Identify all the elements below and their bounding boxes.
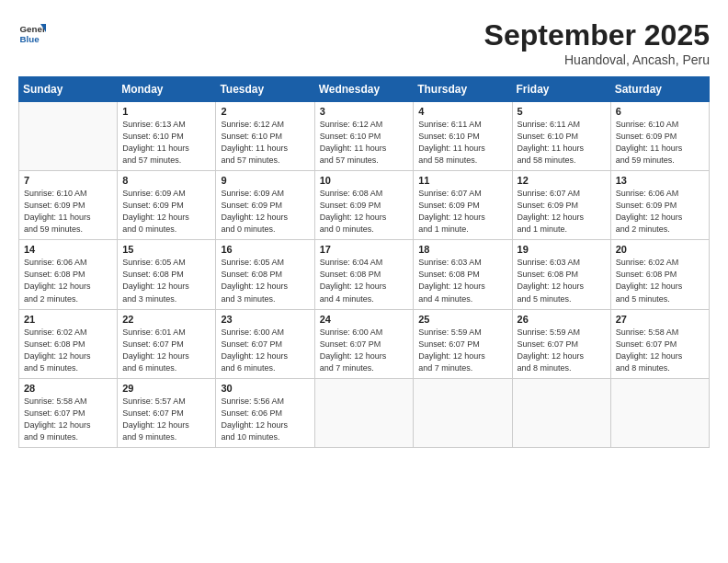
table-row: 12Sunrise: 6:07 AM Sunset: 6:09 PM Dayli…	[512, 171, 610, 240]
col-saturday: Saturday	[610, 77, 709, 102]
table-row: 11Sunrise: 6:07 AM Sunset: 6:09 PM Dayli…	[414, 171, 512, 240]
table-row: 24Sunrise: 6:00 AM Sunset: 6:07 PM Dayli…	[314, 309, 414, 378]
logo: General Blue	[18, 18, 46, 46]
day-info: Sunrise: 6:03 AM Sunset: 6:08 PM Dayligh…	[418, 257, 506, 304]
day-number: 4	[418, 106, 506, 117]
day-number: 1	[122, 106, 210, 117]
day-info: Sunrise: 5:59 AM Sunset: 6:07 PM Dayligh…	[418, 327, 506, 374]
day-info: Sunrise: 5:57 AM Sunset: 6:07 PM Dayligh…	[122, 396, 210, 443]
table-row: 28Sunrise: 5:58 AM Sunset: 6:07 PM Dayli…	[19, 378, 118, 447]
day-number: 24	[320, 314, 409, 325]
table-row: 9Sunrise: 6:09 AM Sunset: 6:09 PM Daylig…	[216, 171, 314, 240]
day-number: 5	[518, 106, 606, 117]
table-row: 27Sunrise: 5:58 AM Sunset: 6:07 PM Dayli…	[610, 309, 709, 378]
table-row: 20Sunrise: 6:02 AM Sunset: 6:08 PM Dayli…	[610, 240, 709, 309]
table-row: 29Sunrise: 5:57 AM Sunset: 6:07 PM Dayli…	[118, 378, 216, 447]
col-sunday: Sunday	[19, 77, 118, 102]
day-number: 11	[418, 175, 506, 186]
table-row: 4Sunrise: 6:11 AM Sunset: 6:10 PM Daylig…	[414, 102, 512, 171]
location: Huandoval, Ancash, Peru	[484, 52, 710, 67]
day-info: Sunrise: 6:05 AM Sunset: 6:08 PM Dayligh…	[221, 257, 309, 304]
table-row: 3Sunrise: 6:12 AM Sunset: 6:10 PM Daylig…	[314, 102, 414, 171]
table-row	[512, 378, 610, 447]
table-row: 6Sunrise: 6:10 AM Sunset: 6:09 PM Daylig…	[610, 102, 709, 171]
day-info: Sunrise: 6:00 AM Sunset: 6:07 PM Dayligh…	[320, 327, 409, 374]
table-row: 14Sunrise: 6:06 AM Sunset: 6:08 PM Dayli…	[19, 240, 118, 309]
day-number: 20	[616, 244, 704, 255]
table-row	[610, 378, 709, 447]
day-number: 17	[320, 244, 409, 255]
table-row: 17Sunrise: 6:04 AM Sunset: 6:08 PM Dayli…	[314, 240, 414, 309]
table-row: 16Sunrise: 6:05 AM Sunset: 6:08 PM Dayli…	[216, 240, 314, 309]
calendar-header-row: Sunday Monday Tuesday Wednesday Thursday…	[19, 77, 710, 102]
day-info: Sunrise: 6:04 AM Sunset: 6:08 PM Dayligh…	[320, 257, 409, 304]
day-info: Sunrise: 6:06 AM Sunset: 6:08 PM Dayligh…	[24, 257, 112, 304]
calendar-table: Sunday Monday Tuesday Wednesday Thursday…	[18, 76, 710, 448]
table-row: 13Sunrise: 6:06 AM Sunset: 6:09 PM Dayli…	[610, 171, 709, 240]
table-row	[314, 378, 414, 447]
day-number: 7	[24, 175, 112, 186]
table-row: 1Sunrise: 6:13 AM Sunset: 6:10 PM Daylig…	[118, 102, 216, 171]
table-row: 10Sunrise: 6:08 AM Sunset: 6:09 PM Dayli…	[314, 171, 414, 240]
day-info: Sunrise: 6:03 AM Sunset: 6:08 PM Dayligh…	[518, 257, 606, 304]
day-number: 29	[122, 383, 210, 394]
table-row: 15Sunrise: 6:05 AM Sunset: 6:08 PM Dayli…	[118, 240, 216, 309]
table-row: 30Sunrise: 5:56 AM Sunset: 6:06 PM Dayli…	[216, 378, 314, 447]
day-number: 23	[221, 314, 309, 325]
table-row: 22Sunrise: 6:01 AM Sunset: 6:07 PM Dayli…	[118, 309, 216, 378]
day-info: Sunrise: 6:12 AM Sunset: 6:10 PM Dayligh…	[320, 119, 409, 167]
page-header: General Blue September 2025 Huandoval, A…	[18, 18, 710, 67]
day-number: 15	[122, 244, 210, 255]
day-info: Sunrise: 6:07 AM Sunset: 6:09 PM Dayligh…	[418, 188, 506, 236]
table-row: 2Sunrise: 6:12 AM Sunset: 6:10 PM Daylig…	[216, 102, 314, 171]
table-row: 23Sunrise: 6:00 AM Sunset: 6:07 PM Dayli…	[216, 309, 314, 378]
day-number: 18	[418, 244, 506, 255]
day-number: 8	[122, 175, 210, 186]
table-row: 25Sunrise: 5:59 AM Sunset: 6:07 PM Dayli…	[414, 309, 512, 378]
month-title: September 2025	[484, 18, 710, 52]
calendar-week-row: 14Sunrise: 6:06 AM Sunset: 6:08 PM Dayli…	[19, 240, 710, 309]
day-info: Sunrise: 6:13 AM Sunset: 6:10 PM Dayligh…	[122, 119, 210, 167]
day-info: Sunrise: 6:11 AM Sunset: 6:10 PM Dayligh…	[518, 119, 606, 167]
day-number: 9	[221, 175, 309, 186]
col-tuesday: Tuesday	[216, 77, 314, 102]
day-info: Sunrise: 5:58 AM Sunset: 6:07 PM Dayligh…	[616, 327, 704, 374]
calendar-week-row: 1Sunrise: 6:13 AM Sunset: 6:10 PM Daylig…	[19, 102, 710, 171]
day-info: Sunrise: 6:00 AM Sunset: 6:07 PM Dayligh…	[221, 327, 309, 374]
day-info: Sunrise: 6:01 AM Sunset: 6:07 PM Dayligh…	[122, 327, 210, 374]
svg-text:Blue: Blue	[20, 34, 40, 44]
col-friday: Friday	[512, 77, 610, 102]
table-row	[19, 102, 118, 171]
day-info: Sunrise: 6:11 AM Sunset: 6:10 PM Dayligh…	[418, 119, 506, 167]
day-number: 6	[616, 106, 704, 117]
day-info: Sunrise: 5:56 AM Sunset: 6:06 PM Dayligh…	[221, 396, 309, 443]
day-number: 22	[122, 314, 210, 325]
day-number: 19	[518, 244, 606, 255]
table-row: 18Sunrise: 6:03 AM Sunset: 6:08 PM Dayli…	[414, 240, 512, 309]
day-number: 30	[221, 383, 309, 394]
day-info: Sunrise: 6:05 AM Sunset: 6:08 PM Dayligh…	[122, 257, 210, 304]
table-row: 5Sunrise: 6:11 AM Sunset: 6:10 PM Daylig…	[512, 102, 610, 171]
day-number: 27	[616, 314, 704, 325]
day-number: 10	[320, 175, 409, 186]
day-number: 2	[221, 106, 309, 117]
table-row	[414, 378, 512, 447]
day-number: 12	[518, 175, 606, 186]
day-number: 16	[221, 244, 309, 255]
logo-icon: General Blue	[18, 18, 46, 46]
day-info: Sunrise: 6:12 AM Sunset: 6:10 PM Dayligh…	[221, 119, 309, 167]
table-row: 21Sunrise: 6:02 AM Sunset: 6:08 PM Dayli…	[19, 309, 118, 378]
day-number: 13	[616, 175, 704, 186]
table-row: 26Sunrise: 5:59 AM Sunset: 6:07 PM Dayli…	[512, 309, 610, 378]
day-info: Sunrise: 5:59 AM Sunset: 6:07 PM Dayligh…	[518, 327, 606, 374]
day-info: Sunrise: 6:08 AM Sunset: 6:09 PM Dayligh…	[320, 188, 409, 236]
col-thursday: Thursday	[414, 77, 512, 102]
table-row: 19Sunrise: 6:03 AM Sunset: 6:08 PM Dayli…	[512, 240, 610, 309]
table-row: 8Sunrise: 6:09 AM Sunset: 6:09 PM Daylig…	[118, 171, 216, 240]
day-info: Sunrise: 6:02 AM Sunset: 6:08 PM Dayligh…	[616, 257, 704, 304]
day-number: 14	[24, 244, 112, 255]
day-info: Sunrise: 6:07 AM Sunset: 6:09 PM Dayligh…	[518, 188, 606, 236]
title-block: September 2025 Huandoval, Ancash, Peru	[484, 18, 710, 67]
day-info: Sunrise: 6:10 AM Sunset: 6:09 PM Dayligh…	[24, 188, 112, 236]
day-info: Sunrise: 6:09 AM Sunset: 6:09 PM Dayligh…	[122, 188, 210, 236]
